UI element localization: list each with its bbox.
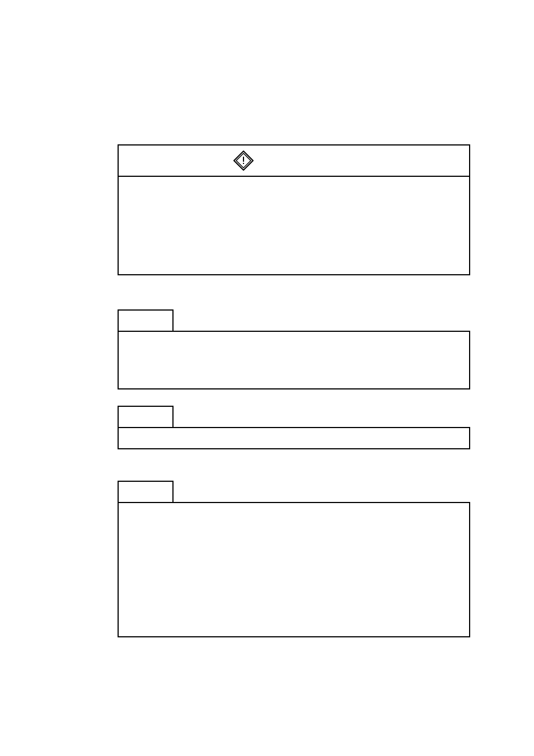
note-body-2 (118, 427, 470, 449)
note-body-3 (118, 502, 470, 637)
svg-rect-3 (243, 163, 244, 164)
caution-box (118, 144, 470, 275)
svg-rect-2 (243, 157, 244, 162)
caution-icon (233, 151, 254, 171)
note-tab-1 (118, 309, 174, 331)
caution-divider (119, 176, 469, 177)
note-tab-3 (118, 481, 174, 502)
note-tab-2 (118, 406, 174, 427)
note-body-1 (118, 331, 470, 389)
